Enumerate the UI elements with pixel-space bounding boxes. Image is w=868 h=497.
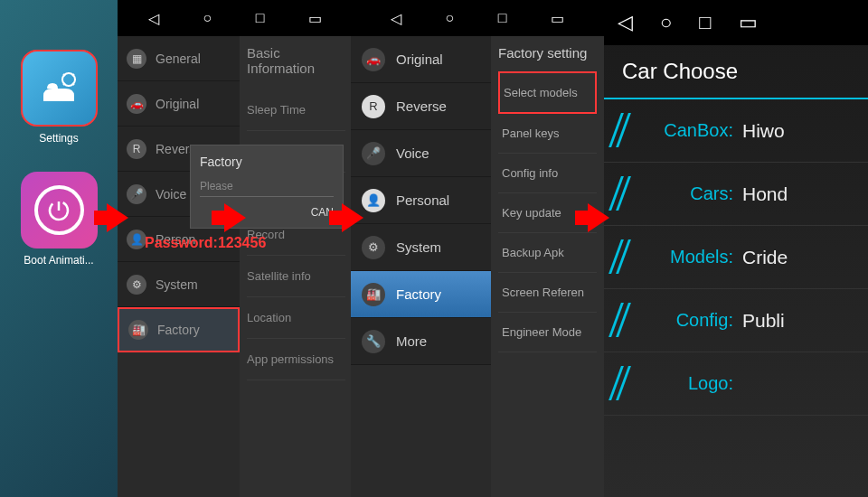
flow-arrow-icon bbox=[588, 203, 609, 232]
row-value: Publi bbox=[742, 310, 785, 332]
row-label: CanBox: bbox=[638, 120, 733, 141]
reverse-icon: R bbox=[127, 139, 146, 159]
page-title: Car Choose bbox=[604, 45, 868, 99]
home-icon[interactable]: ○ bbox=[446, 10, 455, 26]
row-value: Cride bbox=[742, 247, 788, 268]
sidebar-item-original[interactable]: 🚗Original bbox=[118, 81, 240, 127]
settings-app-icon bbox=[21, 50, 98, 127]
reverse-icon: R bbox=[362, 95, 385, 118]
factory-icon: 🏭 bbox=[362, 283, 385, 306]
boot-animation-app-icon bbox=[21, 172, 98, 248]
android-navbar: ◁ ○ □ ▭ bbox=[351, 0, 604, 36]
row-label: Models: bbox=[638, 247, 733, 267]
fs-select-models[interactable]: Select models bbox=[498, 71, 597, 114]
row-label: Logo: bbox=[638, 373, 733, 394]
back-icon[interactable]: ◁ bbox=[391, 10, 401, 27]
row-value: Hond bbox=[742, 183, 788, 205]
settings-screen-2: ◁ ○ □ ▭ 🚗Original RReverse 🎤Voice 👤Perso… bbox=[351, 0, 604, 497]
flow-arrow-icon bbox=[107, 203, 128, 232]
sidebar-item-reverse[interactable]: RReverse bbox=[351, 83, 491, 130]
settings-sidebar: 🚗Original RReverse 🎤Voice 👤Personal ⚙Sys… bbox=[351, 36, 491, 365]
general-icon: ▦ bbox=[127, 49, 146, 69]
slash-icon bbox=[611, 113, 631, 149]
boot-animation-app-label: Boot Animati... bbox=[24, 254, 93, 267]
car-choose-cars[interactable]: Cars: Hond bbox=[604, 163, 868, 226]
password-input[interactable]: Please bbox=[200, 180, 334, 197]
factory-icon: 🏭 bbox=[128, 320, 148, 340]
sidebar-label: System bbox=[156, 277, 198, 292]
sidebar-item-factory[interactable]: 🏭Factory bbox=[351, 271, 491, 318]
car-icon: 🚗 bbox=[127, 94, 146, 114]
panel-title: Basic Information bbox=[247, 45, 345, 76]
mic-icon: 🎤 bbox=[127, 184, 146, 204]
factory-settings-panel: Factory setting Select models Panel keys… bbox=[491, 36, 604, 497]
recent-icon[interactable]: □ bbox=[498, 10, 507, 26]
slash-icon bbox=[611, 176, 631, 212]
back-icon[interactable]: ◁ bbox=[618, 11, 633, 34]
sidebar-item-personal[interactable]: 👤Personal bbox=[351, 177, 491, 224]
info-satellite[interactable]: Satellite info bbox=[247, 256, 345, 297]
slash-icon bbox=[611, 366, 631, 402]
sidebar-label: Factory bbox=[396, 286, 441, 302]
sidebar-label: System bbox=[396, 239, 441, 255]
sidebar-item-general[interactable]: ▦General bbox=[118, 36, 240, 81]
car-choose-config[interactable]: Config: Publi bbox=[604, 289, 868, 352]
media-icon[interactable]: ▭ bbox=[551, 10, 564, 27]
sidebar-label: Factory bbox=[157, 323, 200, 337]
sidebar-label: Reverse bbox=[396, 98, 447, 114]
home-icon[interactable]: ○ bbox=[660, 11, 672, 34]
gear-icon: ⚙ bbox=[127, 275, 146, 295]
sidebar-item-more[interactable]: 🔧More bbox=[351, 318, 491, 365]
car-choose-screen: ◁ ○ □ ▭ Car Choose CanBox: Hiwo Cars: Ho… bbox=[604, 0, 868, 497]
password-annotation: Password:123456 bbox=[145, 235, 266, 251]
info-sleep-time[interactable]: Sleep Time bbox=[247, 89, 345, 131]
sidebar-item-voice[interactable]: 🎤Voice bbox=[351, 130, 491, 177]
sidebar-item-original[interactable]: 🚗Original bbox=[351, 36, 491, 83]
car-choose-models[interactable]: Models: Cride bbox=[604, 226, 868, 289]
flow-arrow-icon bbox=[224, 203, 246, 232]
settings-app-label: Settings bbox=[39, 132, 78, 145]
slash-icon bbox=[611, 239, 631, 276]
info-permissions[interactable]: App permissions bbox=[247, 339, 345, 380]
info-location[interactable]: Location bbox=[247, 297, 345, 339]
row-value: Hiwo bbox=[742, 120, 785, 142]
fs-config-info[interactable]: Config info bbox=[498, 154, 597, 193]
android-navbar: ◁ ○ □ ▭ bbox=[118, 0, 353, 36]
sidebar-label: More bbox=[396, 333, 427, 349]
person-icon: 👤 bbox=[362, 189, 385, 212]
fs-panel-keys[interactable]: Panel keys bbox=[498, 114, 597, 154]
row-label: Cars: bbox=[638, 183, 733, 204]
basic-info-panel: Basic Information Sleep Time Panel light… bbox=[240, 36, 353, 497]
android-navbar: ◁ ○ □ ▭ bbox=[604, 0, 868, 45]
sidebar-item-system[interactable]: ⚙System bbox=[118, 262, 240, 307]
fs-screen-reference[interactable]: Screen Referen bbox=[498, 273, 597, 313]
car-icon: 🚗 bbox=[362, 48, 385, 71]
person-icon: 👤 bbox=[127, 230, 146, 249]
fs-engineer-mode[interactable]: Engineer Mode bbox=[498, 313, 597, 352]
recent-icon[interactable]: □ bbox=[256, 10, 265, 26]
wrench-icon: 🔧 bbox=[362, 330, 385, 353]
sidebar-item-system[interactable]: ⚙System bbox=[351, 224, 491, 271]
slash-icon bbox=[611, 303, 631, 339]
recent-icon[interactable]: □ bbox=[699, 11, 711, 34]
sidebar-label: Original bbox=[156, 97, 199, 111]
row-label: Config: bbox=[638, 310, 733, 331]
fs-backup-apk[interactable]: Backup Apk bbox=[498, 233, 597, 273]
home-icon[interactable]: ○ bbox=[203, 10, 212, 26]
settings-app[interactable]: Settings bbox=[21, 50, 98, 145]
boot-animation-app[interactable]: Boot Animati... bbox=[21, 172, 98, 267]
back-icon[interactable]: ◁ bbox=[148, 10, 159, 27]
car-choose-logo[interactable]: Logo: bbox=[604, 352, 868, 416]
media-icon[interactable]: ▭ bbox=[308, 10, 322, 27]
car-choose-canbox[interactable]: CanBox: Hiwo bbox=[604, 99, 868, 163]
sidebar-label: Original bbox=[396, 52, 443, 67]
media-icon[interactable]: ▭ bbox=[739, 11, 758, 34]
dialog-title: Factory bbox=[200, 155, 334, 169]
sidebar-item-factory[interactable]: 🏭Factory bbox=[118, 307, 240, 352]
sidebar-label: Personal bbox=[396, 192, 449, 208]
sidebar-label: Voice bbox=[396, 145, 429, 161]
settings-screen-1: ◁ ○ □ ▭ ▦General 🚗Original RReverse 🎤Voi… bbox=[118, 0, 353, 497]
gear-icon: ⚙ bbox=[362, 236, 385, 259]
panel-title: Factory setting bbox=[498, 45, 597, 61]
home-screen: Settings Boot Animati... bbox=[0, 0, 118, 497]
